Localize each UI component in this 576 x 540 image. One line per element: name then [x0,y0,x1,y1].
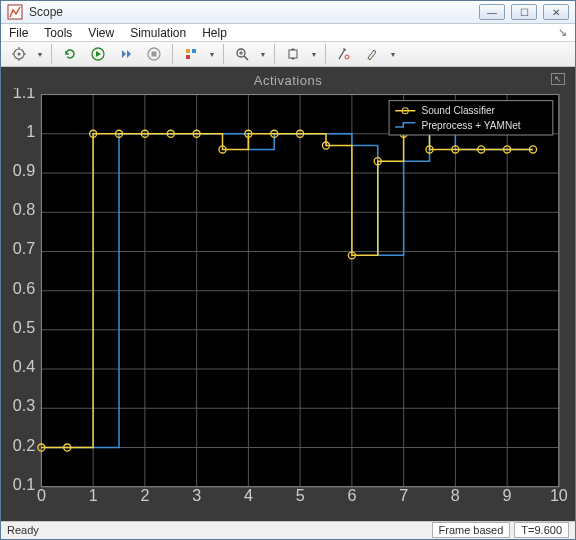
svg-rect-12 [186,55,190,59]
svg-rect-9 [152,52,157,57]
chart[interactable]: 0123456789100.10.20.30.40.50.60.70.80.91… [5,88,571,514]
zoom-button[interactable] [230,43,254,65]
svg-text:0.9: 0.9 [13,161,35,179]
zoom-dropdown[interactable]: ▼ [258,51,268,58]
highlight-button[interactable] [360,43,384,65]
svg-text:3: 3 [192,486,201,504]
svg-line-14 [244,56,248,60]
svg-text:1.1: 1.1 [13,88,35,101]
statusbar: Ready Frame based T=9.600 [1,521,575,539]
menu-simulation[interactable]: Simulation [130,26,186,40]
svg-text:2: 2 [140,486,149,504]
svg-rect-17 [289,50,297,58]
titlebar: Scope — ☐ ✕ [1,1,575,24]
svg-text:1: 1 [26,122,35,140]
svg-point-2 [18,53,21,56]
svg-text:0.6: 0.6 [13,279,35,297]
step-button[interactable] [114,43,138,65]
plot-area[interactable]: Activations 0123456789100.10.20.30.40.50… [1,67,575,521]
svg-text:0.5: 0.5 [13,318,35,336]
autoscale-dropdown[interactable]: ▼ [309,51,319,58]
status-time: T=9.600 [514,522,569,538]
run-button[interactable] [86,43,110,65]
menu-file[interactable]: File [9,26,28,40]
svg-text:7: 7 [399,486,408,504]
window-title: Scope [29,5,479,19]
menu-tools[interactable]: Tools [44,26,72,40]
measure-button[interactable] [332,43,356,65]
svg-text:0: 0 [37,486,46,504]
svg-text:9: 9 [503,486,512,504]
trigger-dropdown[interactable]: ▼ [207,51,217,58]
svg-point-18 [345,55,349,59]
highlight-dropdown[interactable]: ▼ [388,51,398,58]
settings-button[interactable] [7,43,31,65]
svg-text:6: 6 [347,486,356,504]
autoscale-button[interactable] [281,43,305,65]
menubar: File Tools View Simulation Help ↘ [1,24,575,42]
status-frame: Frame based [432,522,511,538]
close-button[interactable]: ✕ [543,4,569,20]
maximize-button[interactable]: ☐ [511,4,537,20]
expand-icon[interactable] [551,73,565,85]
stop-button[interactable] [142,43,166,65]
menu-help[interactable]: Help [202,26,227,40]
svg-text:1: 1 [89,486,98,504]
svg-text:0.7: 0.7 [13,240,35,258]
restart-button[interactable] [58,43,82,65]
svg-text:0.4: 0.4 [13,357,35,375]
status-ready: Ready [7,524,39,536]
svg-text:0.8: 0.8 [13,200,35,218]
chart-title: Activations [5,71,571,88]
svg-rect-10 [186,49,190,53]
app-icon [7,4,23,20]
svg-text:8: 8 [451,486,460,504]
svg-text:Sound Classifier: Sound Classifier [421,105,495,116]
svg-text:10: 10 [550,486,568,504]
toolbar: ▼ ▼ ▼ ▼ ▼ [1,42,575,67]
svg-rect-11 [192,49,196,53]
svg-text:0.2: 0.2 [13,436,35,454]
svg-text:Preprocess + YAMNet: Preprocess + YAMNet [421,120,520,131]
minimize-button[interactable]: — [479,4,505,20]
svg-text:0.3: 0.3 [13,397,35,415]
settings-dropdown[interactable]: ▼ [35,51,45,58]
svg-text:5: 5 [296,486,305,504]
menubar-corner-icon[interactable]: ↘ [558,26,567,39]
svg-text:4: 4 [244,486,253,504]
menu-view[interactable]: View [88,26,114,40]
svg-text:0.1: 0.1 [13,475,35,493]
trigger-button[interactable] [179,43,203,65]
